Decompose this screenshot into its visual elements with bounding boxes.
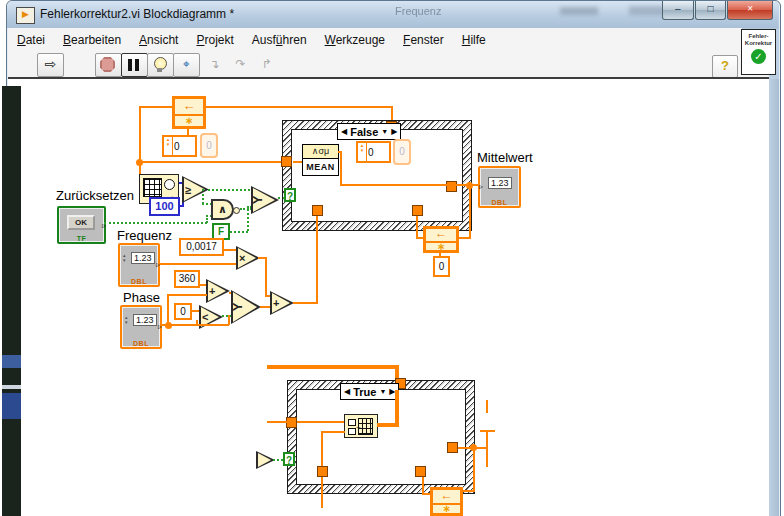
negation-bubble-icon (233, 207, 240, 214)
build-array-node[interactable]: + (344, 414, 378, 438)
step-over-button[interactable]: ↷ (227, 53, 254, 77)
wire (340, 184, 448, 186)
wire (167, 295, 169, 324)
pause-icon (128, 59, 132, 71)
wire (473, 447, 475, 492)
wire (260, 306, 271, 308)
tunnel (286, 417, 297, 428)
case-selector-label[interactable]: ◀ True ▼ ▶ (340, 383, 399, 400)
numeric-constant-spinner[interactable]: ▴▾ 0 (356, 141, 391, 163)
step-out-button[interactable]: ↱ (253, 53, 280, 77)
gte-glyph: ≥ (185, 184, 191, 196)
menu-fenster[interactable]: Fenster (394, 30, 453, 50)
tunnel (412, 205, 423, 216)
numeric-constant-disabled[interactable]: 0 (200, 133, 218, 158)
mittelwert-indicator-terminal[interactable]: ▹ 1.23 DBL (478, 166, 521, 208)
context-help-button[interactable]: ? (712, 55, 738, 78)
case-name: False (350, 126, 378, 138)
background-ghost-smudge (560, 7, 598, 15)
wire (196, 320, 198, 325)
and-gate-node[interactable]: ∧ (211, 199, 234, 220)
menu-bearbeiten[interactable]: Bearbeiten (54, 30, 130, 50)
case-selector-label[interactable]: ◀ False ▼ ▶ (337, 123, 401, 140)
step-into-button[interactable]: ↴ (201, 53, 228, 77)
checkmark-icon: ✓ (751, 49, 766, 64)
app-icon: ▶ (16, 7, 35, 24)
menu-datei[interactable]: Datei (8, 30, 54, 50)
feedback-initializer-constant[interactable]: 0 (433, 256, 450, 277)
background-ghost-text: Frequenz (395, 5, 441, 17)
numeric-constant-0[interactable]: 0 (174, 303, 192, 320)
tunnel (281, 156, 292, 167)
wire (267, 421, 287, 423)
caption-buttons: – □ × (662, 1, 774, 19)
wire-boolean (240, 208, 252, 210)
integer-constant-100[interactable]: 100 (149, 197, 180, 216)
menu-hilfe[interactable]: Hilfe (453, 30, 495, 50)
asterisk-icon: ∗ (426, 243, 456, 252)
numeric-constant-spinner[interactable]: ▴▾ 0 (162, 135, 197, 157)
spinner-arrows[interactable]: ▴▾ (125, 315, 128, 325)
maximize-button[interactable]: □ (695, 1, 727, 20)
feedback-node[interactable]: ← ∗ (430, 487, 463, 516)
wire-boolean (278, 197, 285, 199)
wire (297, 421, 345, 423)
vi-icon-button[interactable]: Fehler- Korrektur ✓ (741, 29, 776, 75)
numeric-value: 0 (368, 147, 374, 158)
background-window-strip (2, 385, 21, 389)
tf-type-label: TF (77, 235, 87, 242)
select-glyph: Y (250, 196, 265, 205)
minimize-button[interactable]: – (662, 1, 694, 20)
feedback-node[interactable]: ← ∗ (423, 226, 459, 253)
wire-boolean (104, 222, 207, 224)
phase-control-terminal[interactable]: ▴▾ 1.23 ▹ DBL (120, 305, 162, 349)
wire (192, 310, 200, 312)
vi-icon-text: Fehler- (742, 33, 775, 40)
case-prev-arrow[interactable]: ◀ (344, 387, 350, 396)
asterisk-icon: ∗ (175, 116, 203, 128)
case-next-arrow[interactable]: ▶ (391, 127, 397, 136)
mean-function-node[interactable]: ∧σμ MEAN (302, 144, 339, 176)
numeric-display: 1.23 (488, 177, 512, 189)
case-selector-terminal: ? (284, 188, 296, 202)
case-dropdown-arrow[interactable]: ▼ (379, 388, 386, 395)
wire (205, 106, 393, 108)
control-label[interactable]: Phase (123, 290, 160, 305)
less-glyph: < (202, 311, 208, 323)
numeric-constant-factor[interactable]: 0,0017 (179, 238, 224, 256)
indicator-label[interactable]: Mittelwert (477, 150, 533, 165)
wire (293, 302, 318, 304)
highlight-execution-button[interactable] (147, 53, 174, 77)
spinner-arrows[interactable]: ▴▾ (164, 137, 173, 155)
spinner-arrows[interactable]: ▴▾ (358, 143, 367, 161)
stop-button[interactable] (95, 53, 122, 77)
retain-wire-values-button[interactable]: ⌖ (173, 53, 200, 77)
frequenz-control-terminal[interactable]: ▴▾ 1.23 ▹ DBL (118, 243, 160, 287)
run-button[interactable]: ⇨ (37, 53, 64, 77)
window-title: Fehlerkorrektur2.vi Blockdiagramm * (40, 7, 234, 21)
pause-button[interactable] (121, 53, 148, 77)
menu-werkzeuge[interactable]: Werkzeuge (316, 30, 394, 50)
menu-projekt[interactable]: Projekt (187, 30, 242, 50)
spinner-arrows[interactable]: ▴▾ (123, 253, 126, 263)
control-label[interactable]: Zurücksetzen (56, 188, 134, 203)
clock-icon (164, 179, 175, 190)
array-grid-icon (358, 418, 373, 435)
case-prev-arrow[interactable]: ◀ (341, 127, 347, 136)
feedback-node[interactable]: ← ∗ (172, 96, 206, 129)
wire (321, 477, 323, 508)
numeric-value: 0 (174, 141, 180, 152)
menu-ausführen[interactable]: Ausführen (243, 30, 316, 50)
numeric-constant-360[interactable]: 360 (174, 270, 200, 288)
control-label[interactable]: Frequenz (117, 228, 172, 243)
wire-boolean (202, 189, 204, 204)
feedback-arrow-icon: ← (175, 99, 203, 116)
array-grid-icon (143, 178, 162, 197)
vi-icon-text: Korrektur (742, 40, 775, 47)
menu-ansicht[interactable]: Ansicht (130, 30, 187, 50)
close-button[interactable]: × (727, 1, 773, 20)
numeric-constant-disabled[interactable]: 0 (393, 139, 411, 165)
pause-icon (135, 59, 139, 71)
case-dropdown-arrow[interactable]: ▼ (381, 128, 388, 135)
reset-ok-button-terminal[interactable]: OK ▹ TF (57, 206, 106, 244)
